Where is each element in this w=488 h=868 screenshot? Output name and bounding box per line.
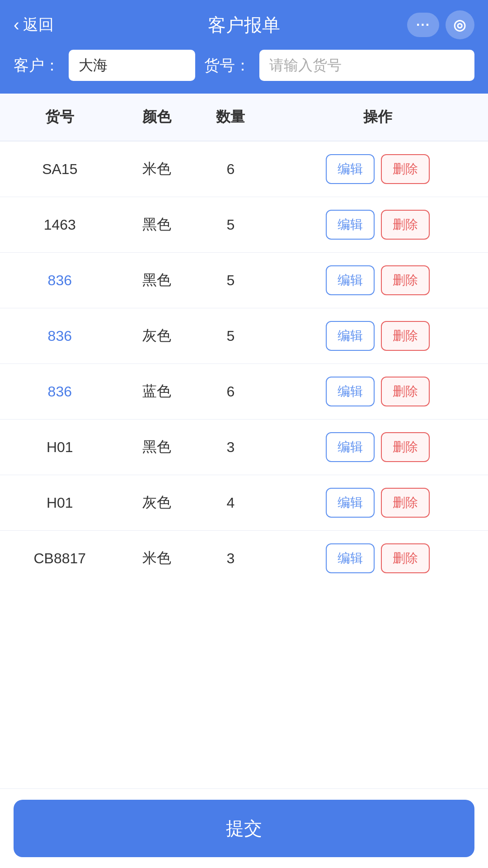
cell-sku: 836 bbox=[0, 253, 120, 308]
cell-qty: 3 bbox=[193, 420, 267, 475]
delete-button[interactable]: 删除 bbox=[381, 154, 430, 184]
edit-button[interactable]: 编辑 bbox=[326, 321, 375, 351]
cell-color: 黑色 bbox=[120, 253, 194, 308]
edit-button[interactable]: 编辑 bbox=[326, 265, 375, 295]
col-sku: 货号 bbox=[0, 94, 120, 141]
cell-color: 米色 bbox=[120, 531, 194, 586]
actions-group: 编辑删除 bbox=[272, 154, 483, 184]
actions-group: 编辑删除 bbox=[272, 321, 483, 351]
delete-button[interactable]: 删除 bbox=[381, 321, 430, 351]
cell-qty: 5 bbox=[193, 308, 267, 364]
delete-button[interactable]: 删除 bbox=[381, 488, 430, 518]
edit-button[interactable]: 编辑 bbox=[326, 154, 375, 184]
cell-qty: 3 bbox=[193, 531, 267, 586]
cell-sku: CB8817 bbox=[0, 531, 120, 586]
page-title: 客户报单 bbox=[208, 13, 280, 38]
back-label: 返回 bbox=[23, 14, 54, 35]
customer-input[interactable] bbox=[69, 50, 195, 81]
table-row: 1463黑色5编辑删除 bbox=[0, 197, 488, 253]
cell-color: 灰色 bbox=[120, 475, 194, 531]
orders-table: 货号 颜色 数量 操作 SA15米色6编辑删除1463黑色5编辑删除836黑色5… bbox=[0, 94, 488, 586]
cell-color: 米色 bbox=[120, 141, 194, 197]
submit-button[interactable]: 提交 bbox=[14, 800, 474, 857]
edit-button[interactable]: 编辑 bbox=[326, 432, 375, 462]
cell-color: 黑色 bbox=[120, 420, 194, 475]
delete-button[interactable]: 删除 bbox=[381, 543, 430, 573]
cell-sku: SA15 bbox=[0, 141, 120, 197]
edit-button[interactable]: 编辑 bbox=[326, 377, 375, 406]
target-button[interactable]: ◎ bbox=[446, 10, 474, 39]
sku-input[interactable] bbox=[259, 50, 474, 81]
cell-sku: H01 bbox=[0, 420, 120, 475]
table-row: 836黑色5编辑删除 bbox=[0, 253, 488, 308]
header-actions: ··· ◎ bbox=[407, 10, 474, 39]
cell-qty: 4 bbox=[193, 475, 267, 531]
back-icon: ‹ bbox=[14, 15, 19, 35]
actions-group: 编辑删除 bbox=[272, 210, 483, 240]
cell-qty: 6 bbox=[193, 141, 267, 197]
edit-button[interactable]: 编辑 bbox=[326, 210, 375, 240]
table-row: H01黑色3编辑删除 bbox=[0, 420, 488, 475]
delete-button[interactable]: 删除 bbox=[381, 265, 430, 295]
actions-group: 编辑删除 bbox=[272, 432, 483, 462]
table-row: CB8817米色3编辑删除 bbox=[0, 531, 488, 586]
cell-actions: 编辑删除 bbox=[267, 308, 488, 364]
target-icon: ◎ bbox=[453, 16, 467, 33]
cell-color: 蓝色 bbox=[120, 364, 194, 420]
table-header-row: 货号 颜色 数量 操作 bbox=[0, 94, 488, 141]
cell-qty: 5 bbox=[193, 253, 267, 308]
edit-button[interactable]: 编辑 bbox=[326, 488, 375, 518]
more-button[interactable]: ··· bbox=[407, 13, 439, 37]
cell-actions: 编辑删除 bbox=[267, 420, 488, 475]
table-row: H01灰色4编辑删除 bbox=[0, 475, 488, 531]
customer-label: 客户： bbox=[14, 55, 60, 76]
app-header: ‹ 返回 客户报单 ··· ◎ bbox=[0, 0, 488, 50]
actions-group: 编辑删除 bbox=[272, 488, 483, 518]
col-actions: 操作 bbox=[267, 94, 488, 141]
actions-group: 编辑删除 bbox=[272, 377, 483, 406]
back-button[interactable]: ‹ 返回 bbox=[14, 14, 54, 35]
cell-color: 黑色 bbox=[120, 197, 194, 253]
more-icon: ··· bbox=[416, 17, 430, 33]
delete-button[interactable]: 删除 bbox=[381, 432, 430, 462]
col-color: 颜色 bbox=[120, 94, 194, 141]
actions-group: 编辑删除 bbox=[272, 265, 483, 295]
cell-actions: 编辑删除 bbox=[267, 531, 488, 586]
cell-sku: 1463 bbox=[0, 197, 120, 253]
sku-label: 货号： bbox=[204, 55, 250, 76]
cell-sku: H01 bbox=[0, 475, 120, 531]
cell-sku: 836 bbox=[0, 364, 120, 420]
delete-button[interactable]: 删除 bbox=[381, 377, 430, 406]
filter-bar: 客户： 货号： bbox=[0, 50, 488, 94]
cell-actions: 编辑删除 bbox=[267, 141, 488, 197]
footer: 提交 bbox=[0, 788, 488, 868]
table-row: SA15米色6编辑删除 bbox=[0, 141, 488, 197]
table-row: 836灰色5编辑删除 bbox=[0, 308, 488, 364]
cell-qty: 5 bbox=[193, 197, 267, 253]
cell-sku: 836 bbox=[0, 308, 120, 364]
cell-actions: 编辑删除 bbox=[267, 475, 488, 531]
cell-actions: 编辑删除 bbox=[267, 253, 488, 308]
table-container: 货号 颜色 数量 操作 SA15米色6编辑删除1463黑色5编辑删除836黑色5… bbox=[0, 94, 488, 788]
cell-actions: 编辑删除 bbox=[267, 197, 488, 253]
cell-actions: 编辑删除 bbox=[267, 364, 488, 420]
cell-color: 灰色 bbox=[120, 308, 194, 364]
edit-button[interactable]: 编辑 bbox=[326, 543, 375, 573]
col-qty: 数量 bbox=[193, 94, 267, 141]
delete-button[interactable]: 删除 bbox=[381, 210, 430, 240]
actions-group: 编辑删除 bbox=[272, 543, 483, 573]
table-row: 836蓝色6编辑删除 bbox=[0, 364, 488, 420]
cell-qty: 6 bbox=[193, 364, 267, 420]
